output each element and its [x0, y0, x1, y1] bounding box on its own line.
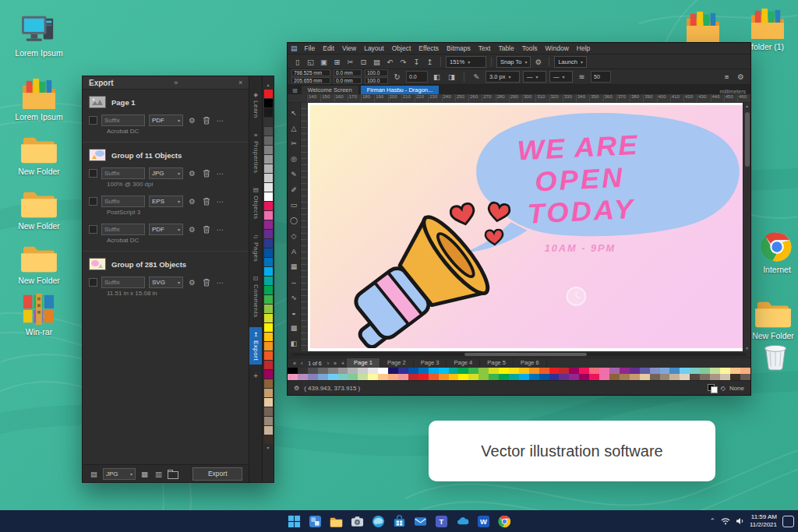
onedrive-icon[interactable]: [455, 514, 469, 528]
color-swatch[interactable]: [308, 368, 318, 374]
color-swatch[interactable]: [710, 374, 720, 380]
shape-tool[interactable]: △: [288, 121, 299, 136]
object-size-fields[interactable]: 798.525 mm 205.655 mm: [291, 69, 330, 84]
color-swatch[interactable]: [264, 426, 273, 435]
last-page-icon[interactable]: »: [331, 361, 339, 366]
horizontal-scroll-track[interactable]: [292, 353, 746, 356]
color-swatch[interactable]: [519, 368, 529, 374]
color-swatch[interactable]: [429, 368, 439, 374]
color-swatch[interactable]: [264, 118, 273, 126]
add-docker-icon[interactable]: +: [253, 372, 258, 380]
line-end-select[interactable]: — ▾: [549, 71, 573, 83]
color-swatch[interactable]: [669, 374, 680, 380]
scroll-up-icon[interactable]: ▲: [743, 104, 750, 108]
text-tool[interactable]: A: [288, 244, 299, 259]
object-height-field[interactable]: 205.655 mm: [291, 77, 330, 84]
color-swatch[interactable]: [264, 108, 273, 117]
color-swatch[interactable]: [489, 374, 499, 380]
color-swatch[interactable]: [264, 379, 273, 388]
add-page-icon[interactable]: +: [339, 361, 347, 366]
align-icon[interactable]: ≡: [721, 72, 733, 81]
undo-icon[interactable]: ↶: [384, 58, 396, 66]
format-select[interactable]: PDF▾: [149, 224, 183, 235]
corner-value-field[interactable]: 50: [591, 71, 611, 83]
menu-text[interactable]: Text: [475, 44, 495, 52]
color-swatch[interactable]: [579, 368, 589, 374]
color-swatch[interactable]: [509, 368, 519, 374]
ellipse-tool[interactable]: ◯: [288, 213, 299, 228]
row-more-options-icon[interactable]: ⋯: [215, 197, 225, 206]
page-tab-page-1[interactable]: Page 1: [347, 358, 380, 368]
wifi-icon[interactable]: [721, 514, 730, 528]
next-page-icon[interactable]: ›: [325, 361, 331, 366]
color-swatch[interactable]: [264, 202, 273, 210]
color-swatch[interactable]: [458, 368, 468, 374]
desktop-icon-new-folder[interactable]: New Folder: [11, 132, 67, 176]
color-swatch[interactable]: [449, 368, 459, 374]
color-swatch[interactable]: [569, 368, 579, 374]
color-swatch[interactable]: [328, 374, 338, 380]
format-select[interactable]: JPG▾: [149, 167, 183, 179]
notification-center-icon[interactable]: [782, 516, 794, 527]
row-settings-gear-icon[interactable]: ⚙: [187, 197, 197, 206]
store-icon[interactable]: [392, 514, 406, 528]
color-swatch[interactable]: [264, 389, 273, 397]
desktop-icon-lorem-ipsum[interactable]: Lorem Ipsum: [11, 14, 67, 58]
color-swatch[interactable]: [418, 368, 429, 374]
color-swatch[interactable]: [509, 374, 519, 380]
color-swatch[interactable]: [499, 374, 509, 380]
color-swatch[interactable]: [298, 374, 308, 380]
color-swatch[interactable]: [418, 374, 429, 380]
palette-scroll-up-icon[interactable]: ▴: [267, 81, 270, 89]
mirror-vertical-icon[interactable]: ◨: [446, 72, 457, 81]
fill-outline-wells[interactable]: [708, 384, 717, 392]
color-swatch[interactable]: [264, 267, 273, 276]
color-swatch[interactable]: [549, 374, 560, 380]
cut-icon[interactable]: ✂: [344, 58, 356, 66]
suffix-input[interactable]: [101, 277, 145, 288]
rectangle-tool[interactable]: ▭: [288, 198, 299, 213]
collapse-panel-icon[interactable]: »: [168, 79, 178, 86]
select-all-icon[interactable]: ▥: [154, 470, 164, 478]
import-icon[interactable]: ↧: [411, 58, 422, 66]
save-icon[interactable]: ▣: [318, 58, 330, 66]
color-swatch[interactable]: [378, 374, 388, 380]
menu-edit[interactable]: Edit: [319, 44, 338, 52]
color-swatch[interactable]: [730, 374, 740, 380]
ruler-origin[interactable]: [288, 94, 307, 102]
menu-layout[interactable]: Layout: [360, 44, 388, 52]
color-swatch[interactable]: [264, 239, 273, 248]
color-swatch[interactable]: [264, 323, 273, 332]
color-swatch[interactable]: [328, 368, 338, 374]
document-grid-icon[interactable]: ⊞: [289, 87, 301, 94]
color-swatch[interactable]: [264, 220, 273, 229]
color-swatch[interactable]: [710, 368, 720, 374]
crop-tool[interactable]: ✂: [288, 136, 299, 152]
color-swatch[interactable]: [388, 374, 398, 380]
color-swatch[interactable]: [740, 368, 750, 374]
color-swatch[interactable]: [549, 368, 560, 374]
color-swatch[interactable]: [559, 374, 569, 380]
status-gear-icon[interactable]: ⚙: [294, 385, 299, 392]
widgets-icon[interactable]: [308, 514, 322, 528]
color-swatch[interactable]: [449, 374, 459, 380]
file-explorer-icon[interactable]: [329, 514, 343, 528]
print-icon[interactable]: ⊞: [331, 58, 343, 66]
row-checkbox[interactable]: [89, 225, 97, 234]
fill-tool[interactable]: ◧: [288, 336, 299, 351]
color-swatch[interactable]: [264, 248, 273, 257]
color-swatch[interactable]: [720, 368, 730, 374]
outline-width-select[interactable]: 3.0 px ▾: [486, 71, 520, 83]
export-icon[interactable]: ↥: [424, 58, 436, 66]
line-start-select[interactable]: — ▾: [523, 71, 546, 83]
color-swatch[interactable]: [499, 368, 509, 374]
scale-v-field[interactable]: 100.0: [365, 77, 388, 84]
color-swatch[interactable]: [529, 368, 539, 374]
suffix-input[interactable]: [101, 167, 145, 179]
desktop-icon-internet[interactable]: Internet: [749, 231, 798, 274]
taskbar-clock[interactable]: 11:59 AM 11/2/2021: [750, 513, 777, 530]
vertical-scroll-thumb[interactable]: [745, 112, 750, 167]
color-swatch[interactable]: [519, 374, 529, 380]
row-settings-gear-icon[interactable]: ⚙: [187, 116, 197, 125]
color-swatch[interactable]: [264, 127, 273, 136]
